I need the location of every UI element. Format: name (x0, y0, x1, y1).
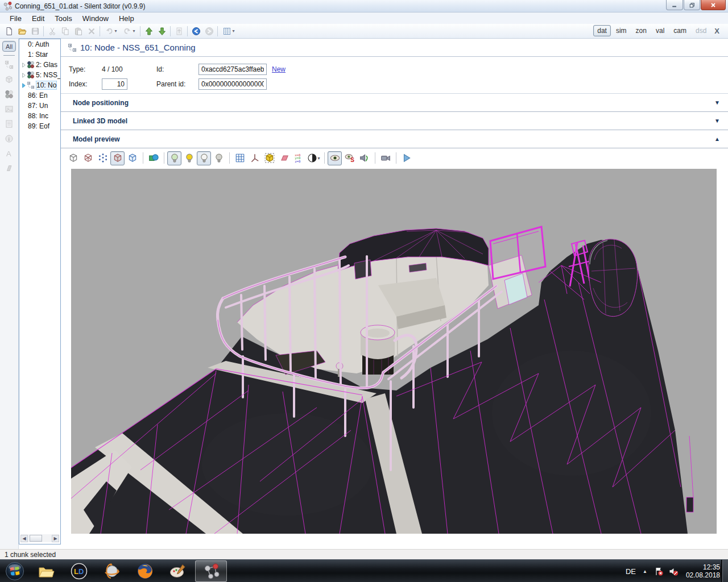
section-linked-3d-model[interactable]: Linked 3D model▼ (61, 112, 728, 130)
menu-edit[interactable]: Edit (27, 14, 49, 23)
expander-icon[interactable] (20, 62, 27, 68)
new-file-button[interactable] (2, 25, 15, 38)
tree-item[interactable]: 1: Star (19, 49, 60, 60)
camera-button[interactable] (378, 151, 392, 165)
tree-item-label: 89: Eof (28, 122, 49, 130)
action-center-flag-icon[interactable] (654, 567, 664, 576)
tray-date: 02.08.2018 (686, 571, 720, 579)
periscope-fin (589, 239, 638, 317)
show-primitives-button[interactable] (146, 151, 160, 165)
chevron-down-icon[interactable]: ▼ (714, 118, 720, 124)
light-directional-button[interactable] (182, 151, 196, 165)
back-button[interactable] (189, 25, 202, 38)
index-field[interactable] (102, 78, 127, 90)
chevron-up-icon[interactable]: ▲ (714, 136, 720, 142)
filter-parallelogram-icon (2, 161, 16, 175)
mode-tab-sim[interactable]: sim (612, 25, 631, 36)
open-file-button[interactable] (15, 25, 28, 38)
volume-muted-icon[interactable] (669, 567, 679, 576)
filter-all-button[interactable]: All (2, 41, 16, 52)
editor-close-button[interactable]: X (710, 26, 723, 36)
model-viewport[interactable] (71, 169, 717, 534)
new-id-link[interactable]: New (272, 65, 286, 73)
show-axes-button[interactable] (247, 151, 262, 165)
tree-item[interactable]: 89: Eof (19, 121, 60, 131)
toolbar-separator (187, 26, 188, 36)
show-desktop-button[interactable] (721, 560, 728, 582)
taskbar-paint[interactable] (162, 560, 194, 582)
reset-origin-button[interactable]: x=0y=0z=0 (292, 151, 306, 165)
mode-tab-zon[interactable]: zon (632, 25, 651, 36)
expander-icon[interactable] (20, 82, 27, 89)
show-bounding-box-button[interactable] (262, 151, 276, 165)
background-color-button[interactable]: ▾ (307, 151, 321, 165)
import-button (172, 25, 185, 38)
undo-button: ▾ (102, 25, 120, 38)
tree-item[interactable]: 86: En (19, 90, 60, 101)
mode-tab-cam[interactable]: cam (669, 25, 690, 36)
taskbar-silent-3ditor[interactable] (195, 560, 227, 582)
filter-image-icon (2, 102, 16, 116)
language-indicator[interactable]: DE (626, 567, 636, 576)
start-button[interactable] (0, 560, 30, 582)
scroll-left-arrow[interactable]: ◀ (20, 535, 28, 542)
section-node-positioning[interactable]: Node positioning▼ (61, 94, 728, 112)
tree-item[interactable]: 87: Un (19, 101, 60, 111)
minimize-button[interactable] (666, 0, 683, 10)
tree-horizontal-scrollbar[interactable]: ◀ ▶ (20, 534, 59, 542)
title-bar[interactable]: Conning_651_01.dat - Silent 3ditor (v0.9… (0, 0, 728, 13)
mode-tab-val[interactable]: val (652, 25, 668, 36)
view-solid-wire-button[interactable] (110, 151, 125, 165)
move-up-button[interactable] (142, 25, 155, 38)
move-down-button[interactable] (155, 25, 168, 38)
visibility-button[interactable] (328, 151, 342, 165)
mode-tab-dat[interactable]: dat (593, 25, 611, 36)
menu-tools[interactable]: Tools (49, 14, 77, 23)
view-columns-button[interactable]: ▾ (220, 25, 238, 38)
chunk-tree-panel[interactable]: 0: Auth1: Star2: Glas5: NSS_10: No86: En… (19, 39, 61, 544)
menu-help[interactable]: Help (114, 14, 139, 23)
tray-expand-icon[interactable]: ▲ (643, 569, 647, 574)
section-label: Node positioning (73, 99, 129, 107)
light-ambient-button[interactable] (167, 151, 181, 165)
view-vertices-button[interactable] (96, 151, 110, 165)
menu-window[interactable]: Window (77, 14, 114, 23)
save-button (28, 25, 42, 38)
id-field[interactable] (198, 64, 267, 75)
close-button[interactable] (701, 0, 726, 10)
scroll-thumb[interactable] (30, 535, 42, 542)
show-grid-button[interactable] (233, 151, 247, 165)
light-white-button[interactable] (197, 151, 211, 165)
visibility-s-button[interactable]: S (342, 151, 357, 165)
tree-item[interactable]: 5: NSS_ (19, 70, 60, 80)
view-shaded-button[interactable] (66, 151, 80, 165)
tree-item[interactable]: 88: Inc (19, 111, 60, 121)
forward-button (202, 25, 216, 38)
parent-id-field[interactable] (198, 78, 267, 90)
type-label: Type: (69, 65, 102, 73)
chevron-down-icon[interactable]: ▼ (714, 99, 720, 106)
restore-button[interactable] (684, 0, 700, 10)
taskbar-ld-app[interactable]: LD (63, 560, 95, 582)
view-wireframe-button[interactable] (81, 151, 95, 165)
clock[interactable]: 12:35 02.08.2018 (686, 563, 720, 579)
light-off-button[interactable] (212, 151, 226, 165)
tree-item[interactable]: 0: Auth (19, 39, 60, 49)
tree-item[interactable]: 10: No (19, 80, 60, 90)
taskbar-model-viewer[interactable] (96, 560, 128, 582)
view-textured-button[interactable] (125, 151, 139, 165)
show-plane-button[interactable] (277, 151, 291, 165)
section-model-preview[interactable]: Model preview▲ (61, 130, 728, 148)
taskbar-firefox[interactable] (129, 560, 161, 582)
svg-text:A: A (6, 149, 11, 158)
expander-icon[interactable] (20, 72, 27, 78)
taskbar-explorer[interactable] (30, 560, 62, 582)
sound-button[interactable] (357, 151, 371, 165)
tree-item[interactable]: 2: Glas (19, 60, 60, 70)
play-animation-button[interactable] (399, 151, 413, 165)
toolbar-separator (375, 152, 375, 164)
app-nodes-icon (2, 1, 12, 11)
toolbar-separator (324, 152, 325, 164)
scroll-right-arrow[interactable]: ▶ (52, 535, 59, 542)
menu-file[interactable]: File (5, 14, 27, 23)
